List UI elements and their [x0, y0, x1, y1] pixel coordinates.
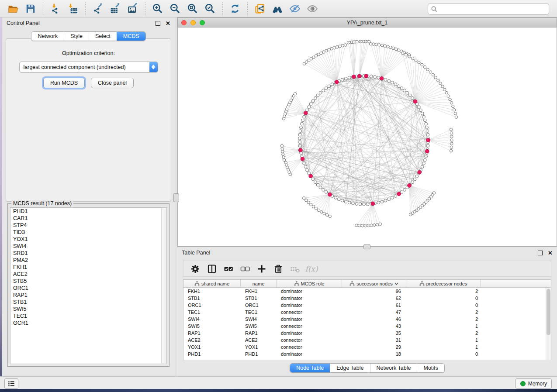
tab-network-table[interactable]: Network Table [370, 364, 417, 372]
network-node[interactable] [450, 142, 453, 145]
network-node[interactable] [405, 53, 407, 56]
network-node[interactable] [392, 47, 394, 49]
network-node[interactable] [337, 198, 340, 201]
tab-mcds[interactable]: MCDS [117, 32, 145, 41]
column-header-shared-name[interactable]: shared name [183, 280, 241, 287]
network-node[interactable] [309, 103, 312, 106]
network-node[interactable] [325, 49, 328, 52]
network-node[interactable] [302, 196, 305, 199]
network-node[interactable] [387, 79, 391, 83]
network-node[interactable] [409, 213, 412, 216]
mcds-hub-node[interactable] [426, 138, 430, 142]
network-node[interactable] [389, 46, 392, 48]
save-session-icon[interactable] [23, 2, 38, 16]
network-node[interactable] [450, 146, 453, 148]
network-node[interactable] [426, 126, 429, 129]
network-node[interactable] [331, 83, 334, 86]
table-scrollbar[interactable] [546, 288, 551, 360]
network-node[interactable] [450, 101, 453, 104]
zoom-out-icon[interactable] [168, 2, 183, 16]
network-node[interactable] [299, 130, 302, 133]
network-node[interactable] [369, 42, 372, 45]
network-node[interactable] [450, 139, 453, 141]
mcds-hub-node[interactable] [304, 111, 308, 115]
network-node[interactable] [423, 158, 426, 162]
result-node-item[interactable]: SRD1 [10, 250, 166, 257]
network-node[interactable] [305, 199, 308, 202]
mcds-hub-node[interactable] [418, 170, 422, 174]
network-node[interactable] [423, 119, 426, 122]
network-node[interactable] [298, 144, 301, 147]
network-node[interactable] [367, 224, 370, 227]
network-node[interactable] [298, 133, 301, 136]
network-node[interactable] [429, 71, 432, 73]
network-node[interactable] [391, 81, 394, 84]
export-image-icon[interactable] [125, 2, 140, 16]
network-node[interactable] [381, 200, 384, 203]
mcds-hub-node[interactable] [352, 75, 356, 79]
network-node[interactable] [314, 181, 317, 184]
network-window-titlebar[interactable]: YPA_prune.txt_1 [177, 17, 557, 27]
add-icon[interactable] [255, 263, 268, 275]
table-row[interactable]: ACE2ACE2connector311 [183, 337, 551, 344]
network-node[interactable] [373, 224, 376, 226]
network-node[interactable] [372, 43, 375, 45]
network-node[interactable] [408, 55, 411, 58]
network-node[interactable] [316, 183, 319, 186]
network-node[interactable] [311, 178, 315, 181]
network-node[interactable] [417, 106, 420, 109]
network-node[interactable] [355, 203, 358, 206]
mcds-hub-node[interactable] [301, 157, 304, 161]
import-table-icon[interactable] [66, 2, 80, 16]
mcds-hub-node[interactable] [328, 193, 332, 196]
network-node[interactable] [315, 207, 317, 210]
network-node[interactable] [422, 115, 426, 118]
network-node[interactable] [344, 200, 347, 203]
network-node[interactable] [403, 89, 406, 92]
close-panel-icon[interactable]: ✕ [166, 21, 170, 26]
export-network-icon[interactable] [90, 2, 105, 16]
network-node[interactable] [281, 147, 284, 150]
network-node[interactable] [377, 201, 380, 204]
mcds-hub-node[interactable] [309, 174, 313, 178]
network-node[interactable] [411, 96, 414, 100]
table-row[interactable]: PHD1PHD1dominator180 [183, 351, 551, 358]
network-node[interactable] [394, 83, 397, 86]
task-history-button[interactable] [4, 378, 18, 389]
network-node[interactable] [447, 95, 450, 97]
network-node[interactable] [413, 178, 416, 181]
network-node[interactable] [281, 150, 284, 153]
result-node-item[interactable]: PHD1 [10, 208, 166, 215]
network-node[interactable] [370, 75, 373, 78]
network-node[interactable] [443, 88, 446, 91]
float-panel-icon[interactable] [156, 21, 160, 26]
refresh-icon[interactable] [228, 2, 242, 16]
mcds-hub-node[interactable] [408, 184, 412, 188]
tab-network[interactable]: Network [31, 32, 64, 41]
network-node[interactable] [453, 109, 456, 111]
network-node[interactable] [422, 162, 426, 165]
column-header-name[interactable]: name [241, 280, 277, 287]
network-node[interactable] [426, 130, 429, 133]
table-row[interactable]: SWI5SWI5connector431 [183, 323, 551, 330]
network-node[interactable] [415, 59, 417, 62]
mcds-hub-node[interactable] [413, 100, 417, 103]
network-node[interactable] [432, 73, 434, 76]
network-node[interactable] [387, 198, 391, 201]
network-node[interactable] [452, 105, 454, 107]
tab-motifs[interactable]: Motifs [417, 364, 444, 372]
result-node-item[interactable]: ORC1 [10, 285, 166, 292]
result-node-item[interactable]: CAR1 [10, 215, 166, 222]
network-node[interactable] [418, 61, 420, 64]
select-all-icon[interactable] [222, 263, 235, 275]
result-list-scrollbar[interactable] [161, 208, 166, 364]
share-document-icon[interactable] [253, 2, 267, 16]
network-node[interactable] [455, 116, 457, 118]
network-node[interactable] [425, 155, 428, 158]
network-node[interactable] [339, 45, 341, 48]
float-table-panel-icon[interactable] [538, 251, 543, 255]
network-node[interactable] [384, 45, 386, 47]
result-node-item[interactable]: STP4 [10, 222, 166, 229]
result-node-item[interactable]: FKH1 [10, 264, 166, 271]
mcds-hub-node[interactable] [371, 202, 375, 206]
